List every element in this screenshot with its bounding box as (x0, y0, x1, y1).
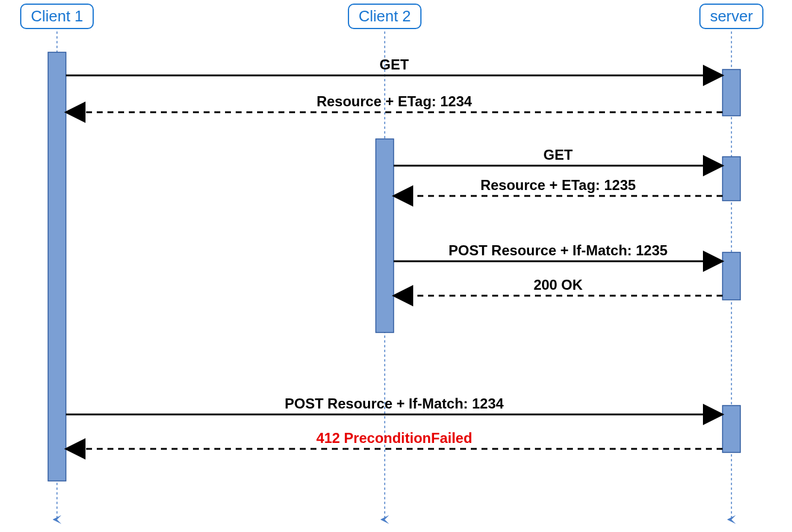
activation-client1-0 (48, 52, 66, 481)
message-label-3: Resource + ETag: 1235 (480, 177, 636, 194)
activation-server-3 (723, 406, 740, 452)
participant-client2: Client 2 (348, 4, 422, 29)
message-label-0: GET (379, 56, 408, 73)
message-label-6: POST Resource + If-Match: 1234 (285, 395, 504, 412)
participant-server: server (699, 4, 764, 29)
activation-server-0 (723, 69, 740, 116)
activation-client2-0 (376, 139, 394, 332)
activation-server-1 (723, 157, 740, 201)
message-label-7: 412 PreconditionFailed (316, 430, 473, 446)
message-label-4: POST Resource + If-Match: 1235 (449, 242, 668, 259)
participant-client1: Client 1 (20, 4, 94, 29)
message-label-2: GET (543, 147, 572, 163)
activation-server-2 (723, 252, 740, 300)
message-label-1: Resource + ETag: 1234 (316, 93, 472, 110)
message-label-5: 200 OK (534, 277, 583, 293)
sequence-diagram (0, 0, 792, 532)
